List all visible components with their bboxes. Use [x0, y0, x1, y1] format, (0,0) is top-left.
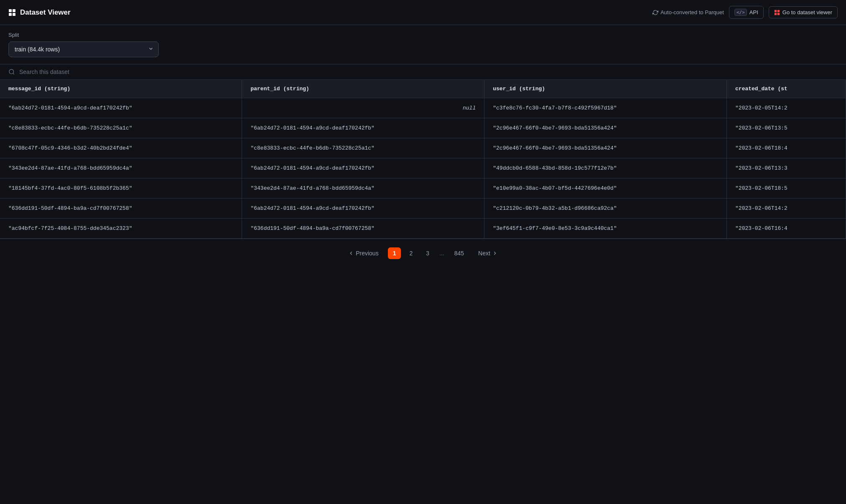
svg-line-9 [13, 73, 14, 74]
svg-rect-1 [13, 9, 15, 12]
table-row: "6708c47f-05c9-4346-b3d2-40b2bd24fde4""c… [0, 138, 846, 158]
next-label: Next [478, 250, 490, 257]
table-row: "18145bf4-37fd-4ac0-80f5-6108b5f2b365""3… [0, 178, 846, 199]
table-cell: "6ab24d72-0181-4594-a9cd-deaf170242fb" [242, 158, 484, 178]
search-icon [8, 69, 15, 75]
table-cell: "2023-02-05T14:2 [727, 98, 846, 118]
svg-rect-6 [775, 13, 777, 15]
svg-rect-3 [13, 13, 15, 16]
data-table: message_id (string) parent_id (string) u… [0, 80, 846, 239]
table-cell: "2023-02-06T18:4 [727, 138, 846, 158]
table-row: "636dd191-50df-4894-ba9a-cd7f00767258""6… [0, 199, 846, 219]
table-row: "c8e83833-ecbc-44fe-b6db-735228c25a1c""6… [0, 118, 846, 138]
table-cell: "343ee2d4-87ae-41fd-a768-bdd65959dc4a" [242, 178, 484, 199]
table-cell: "2023-02-06T13:5 [727, 118, 846, 138]
table-cell: "2023-02-06T14:2 [727, 199, 846, 219]
table-cell: "c8e83833-ecbc-44fe-b6db-735228c25a1c" [242, 138, 484, 158]
header: Dataset Viewer Auto-converted to Parquet… [0, 0, 846, 25]
search-section [0, 64, 846, 80]
page-3-button[interactable]: 3 [421, 247, 434, 259]
table-cell: "c8e83833-ecbc-44fe-b6db-735228c25a1c" [0, 118, 242, 138]
page-1-button[interactable]: 1 [388, 247, 401, 259]
split-label: Split [8, 32, 838, 38]
pagination: Previous 1 2 3 ... 845 Next [0, 239, 846, 267]
table-cell: "6ab24d72-0181-4594-a9cd-deaf170242fb" [242, 118, 484, 138]
split-section: Split train (84.4k rows) test validation [0, 25, 846, 64]
svg-rect-2 [9, 13, 12, 16]
split-select[interactable]: train (84.4k rows) test validation [8, 41, 159, 57]
dataset-viewer-icon [774, 10, 780, 15]
table-cell: "ac94bfcf-7f25-4084-8755-dde345ac2323" [0, 219, 242, 239]
col-header-user-id: user_id (string) [484, 80, 727, 98]
table-cell: "2c96e467-66f0-4be7-9693-bda51356a424" [484, 118, 727, 138]
go-to-viewer-label: Go to dataset viewer [782, 9, 832, 15]
api-button[interactable]: </> API [729, 6, 764, 19]
api-label: API [749, 9, 758, 15]
chevron-left-icon [348, 250, 354, 256]
table-cell: "6ab24d72-0181-4594-a9cd-deaf170242fb" [0, 98, 242, 118]
table-cell: "343ee2d4-87ae-41fd-a768-bdd65959dc4a" [0, 158, 242, 178]
table-cell: null [242, 98, 484, 118]
page-title: Dataset Viewer [20, 8, 71, 17]
svg-rect-0 [9, 9, 12, 12]
api-icon: </> [734, 9, 747, 16]
table-cell: "e10e99a0-38ac-4b07-bf5d-4427696e4e0d" [484, 178, 727, 199]
table-container: message_id (string) parent_id (string) u… [0, 80, 846, 239]
previous-button[interactable]: Previous [342, 247, 384, 259]
table-cell: "636dd191-50df-4894-ba9a-cd7f00767258" [242, 219, 484, 239]
svg-rect-5 [777, 10, 780, 12]
table-row: "6ab24d72-0181-4594-a9cd-deaf170242fb"nu… [0, 98, 846, 118]
col-header-message-id: message_id (string) [0, 80, 242, 98]
auto-converted-label: Auto-converted to Parquet [660, 9, 724, 15]
refresh-icon [652, 10, 658, 15]
table-header-row: message_id (string) parent_id (string) u… [0, 80, 846, 98]
table-cell: "2023-02-06T13:3 [727, 158, 846, 178]
table-cell: "3ef645f1-c9f7-49e0-8e53-3c9a9c440ca1" [484, 219, 727, 239]
col-header-created-date: created_date (st [727, 80, 846, 98]
svg-rect-4 [775, 10, 777, 12]
svg-rect-7 [777, 13, 780, 15]
table-cell: "636dd191-50df-4894-ba9a-cd7f00767258" [0, 199, 242, 219]
header-left: Dataset Viewer [8, 8, 71, 17]
table-cell: "6ab24d72-0181-4594-a9cd-deaf170242fb" [242, 199, 484, 219]
search-input[interactable] [19, 69, 838, 75]
table-cell: "2023-02-06T18:5 [727, 178, 846, 199]
table-cell: "2023-02-06T16:4 [727, 219, 846, 239]
table-cell: "6708c47f-05c9-4346-b3d2-40b2bd24fde4" [0, 138, 242, 158]
page-2-button[interactable]: 2 [404, 247, 418, 259]
col-header-parent-id: parent_id (string) [242, 80, 484, 98]
header-right: Auto-converted to Parquet </> API Go to … [652, 6, 838, 19]
table-row: "343ee2d4-87ae-41fd-a768-bdd65959dc4a""6… [0, 158, 846, 178]
previous-label: Previous [356, 250, 378, 257]
page-last-button[interactable]: 845 [449, 247, 469, 259]
chevron-right-icon [492, 250, 498, 256]
grid-icon [8, 9, 16, 16]
go-to-viewer-button[interactable]: Go to dataset viewer [769, 6, 838, 18]
table-cell: "2c96e467-66f0-4be7-9693-bda51356a424" [484, 138, 727, 158]
table-cell: "18145bf4-37fd-4ac0-80f5-6108b5f2b365" [0, 178, 242, 199]
svg-point-8 [9, 69, 14, 74]
table-cell: "49ddcb0d-6588-43bd-858d-19c577f12e7b" [484, 158, 727, 178]
table-cell: "c212120c-0b79-4b32-a5b1-d96686ca92ca" [484, 199, 727, 219]
table-row: "ac94bfcf-7f25-4084-8755-dde345ac2323""6… [0, 219, 846, 239]
auto-converted-button[interactable]: Auto-converted to Parquet [652, 9, 724, 15]
next-button[interactable]: Next [472, 247, 504, 259]
table-cell: "c3fe8c76-fc30-4fa7-b7f8-c492f5967d18" [484, 98, 727, 118]
split-select-wrapper: train (84.4k rows) test validation [8, 41, 159, 57]
ellipsis: ... [438, 247, 446, 259]
